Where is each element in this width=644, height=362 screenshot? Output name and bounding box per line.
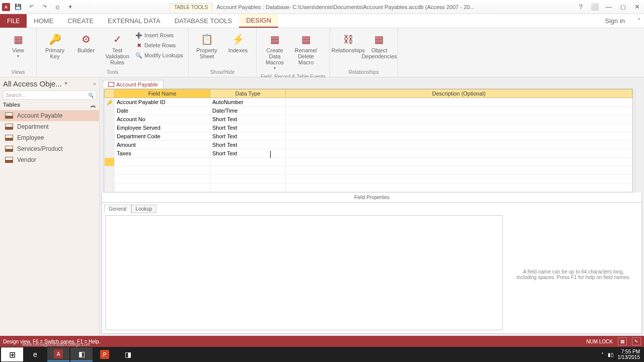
tab-home[interactable]: HOME: [27, 14, 60, 28]
col-field-name[interactable]: Field Name: [115, 89, 210, 98]
delete-row-icon: ✖: [135, 42, 142, 49]
nav-search-input[interactable]: Search...🔍: [3, 90, 96, 100]
field-row[interactable]: AmountShort Text: [105, 141, 632, 149]
taskbar-powerpoint-icon[interactable]: P: [94, 347, 116, 361]
table-icon: [5, 146, 13, 152]
qat-save-icon[interactable]: 💾: [13, 2, 23, 12]
nav-group-tables[interactable]: Tables︽: [0, 101, 99, 110]
ribbon: ▦View▾ Views 🔑Primary Key ⚙Builder ✓Test…: [0, 28, 644, 77]
fp-tab-general[interactable]: General: [104, 205, 131, 213]
datasheet-view-icon[interactable]: ▦: [618, 337, 627, 345]
design-view: Account Payable Field Name Data Type Des…: [100, 77, 644, 336]
grid-icon: ▦: [11, 32, 25, 46]
indexes-button[interactable]: ⚡Indexes: [224, 30, 252, 55]
field-row[interactable]: TaxesShort Text: [105, 149, 632, 158]
close-icon[interactable]: ✕: [630, 0, 644, 14]
collapse-ribbon-icon[interactable]: ˄: [634, 14, 644, 28]
tray-clock[interactable]: 7:55 PM 1/13/2015: [618, 349, 640, 360]
dependencies-icon: ▦: [372, 32, 386, 46]
doc-tab-account-payable[interactable]: Account Payable: [103, 80, 164, 88]
window-title: Account Payables : Database- C:\Users\de…: [216, 4, 474, 10]
field-row[interactable]: DateDate/Time: [105, 107, 632, 115]
sign-in-link[interactable]: Sign in: [596, 14, 634, 28]
table-icon: [5, 157, 13, 163]
windows-taskbar: ⊞ e A ◧ P ◨ ˄ ▮▯ 7:55 PM 1/13/2015: [0, 347, 644, 362]
field-row[interactable]: [105, 184, 632, 192]
nav-item-vendor[interactable]: Vendor: [0, 154, 99, 165]
access-icon: A: [2, 3, 10, 11]
taskbar-ie-icon[interactable]: e: [24, 347, 46, 361]
restore-icon[interactable]: ◻: [616, 0, 630, 14]
nav-item-account-payable[interactable]: Account Payable: [0, 110, 99, 121]
test-validation-button[interactable]: ✓Test Validation Rules: [103, 30, 131, 67]
create-data-macros-button[interactable]: ▦Create Data Macros▾: [261, 30, 289, 73]
builder-icon: ⚙: [79, 32, 93, 46]
col-data-type[interactable]: Data Type: [210, 89, 286, 98]
nav-header[interactable]: All Access Obje... ▼ «: [0, 77, 99, 89]
macro-icon: ▦: [268, 32, 282, 46]
builder-button[interactable]: ⚙Builder: [72, 30, 100, 55]
nav-item-services-product[interactable]: Services/Product: [0, 143, 99, 154]
taskbar-app-icon[interactable]: ◧: [70, 347, 93, 361]
field-row[interactable]: Account NoShort Text: [105, 115, 632, 124]
taskbar-access-icon[interactable]: A: [47, 347, 69, 361]
qat-customize-icon[interactable]: ▾: [65, 2, 75, 12]
tray-battery-icon[interactable]: ▮▯: [608, 352, 614, 357]
field-row[interactable]: Employee ServedShort Text: [105, 124, 632, 132]
rename-icon: ▦: [299, 32, 313, 46]
object-dependencies-button[interactable]: ▦Object Dependencies: [365, 30, 393, 61]
property-help-text: A field name can be up to 64 characters …: [506, 215, 641, 333]
design-view-icon[interactable]: ✎: [632, 337, 641, 345]
relationships-button[interactable]: ⛓Relationships: [334, 30, 362, 55]
primary-key-icon: 🔑: [107, 100, 112, 105]
numlock-indicator: NUM LOCK: [586, 339, 613, 344]
delete-rows-button[interactable]: ✖Delete Rows: [134, 40, 184, 50]
ribbon-display-icon[interactable]: ⬜: [588, 0, 602, 14]
insert-row-icon: ➕: [135, 32, 142, 39]
field-row[interactable]: [105, 175, 632, 184]
help-icon[interactable]: ?: [574, 0, 588, 14]
title-bar: A 💾 ↶ ↷ ⎙ ▾ TABLE TOOLS Account Payables…: [0, 0, 644, 14]
field-row[interactable]: Department CodeShort Text: [105, 132, 632, 141]
tab-external-data[interactable]: EXTERNAL DATA: [101, 14, 168, 28]
tab-design[interactable]: DESIGN: [239, 14, 278, 28]
property-icon: 📋: [200, 32, 214, 46]
vertical-scrollbar[interactable]: [635, 88, 642, 193]
insert-rows-button[interactable]: ➕Insert Rows: [134, 30, 184, 40]
table-icon: [108, 82, 114, 87]
field-grid[interactable]: Field Name Data Type Description (Option…: [104, 88, 633, 193]
tab-create[interactable]: CREATE: [60, 14, 101, 28]
nav-item-employee[interactable]: Employee: [0, 132, 99, 143]
qat-print-icon[interactable]: ⎙: [52, 2, 62, 12]
relationships-icon: ⛓: [341, 32, 355, 46]
field-properties-label: Field Properties: [102, 193, 642, 203]
start-button[interactable]: ⊞: [1, 347, 23, 361]
field-row[interactable]: [105, 166, 632, 175]
context-tab-label: TABLE TOOLS: [170, 3, 212, 11]
check-icon: ✓: [110, 32, 124, 46]
chevron-down-icon: ▼: [64, 81, 68, 86]
lookup-icon: 🔍: [135, 52, 142, 59]
field-row[interactable]: 🔑Account Payable IDAutoNumber: [105, 98, 632, 107]
modify-lookups-button[interactable]: 🔍Modify Lookups: [134, 50, 184, 60]
rename-delete-macro-button[interactable]: ▦Rename/ Delete Macro: [292, 30, 320, 67]
tab-database-tools[interactable]: DATABASE TOOLS: [168, 14, 239, 28]
nav-item-department[interactable]: Department: [0, 121, 99, 132]
taskbar-app2-icon[interactable]: ◨: [117, 347, 139, 361]
watermark-text: www.heritagechristiancollege.com: [22, 342, 91, 347]
qat-redo-icon[interactable]: ↷: [39, 2, 49, 12]
minimize-icon[interactable]: —: [602, 0, 616, 14]
collapse-pane-icon[interactable]: «: [93, 80, 96, 86]
property-sheet-button[interactable]: 📋Property Sheet: [193, 30, 221, 61]
col-description[interactable]: Description (Optional): [286, 89, 632, 98]
table-icon: [5, 124, 13, 130]
primary-key-button[interactable]: 🔑Primary Key: [41, 30, 69, 61]
tab-file[interactable]: FILE: [0, 14, 27, 28]
property-grid[interactable]: [105, 215, 503, 330]
main-area: All Access Obje... ▼ « Search...🔍 Tables…: [0, 77, 644, 336]
qat-undo-icon[interactable]: ↶: [26, 2, 36, 12]
field-row[interactable]: [105, 158, 632, 166]
tray-chevron-icon[interactable]: ˄: [601, 352, 604, 357]
view-button[interactable]: ▦View▾: [4, 30, 32, 61]
fp-tab-lookup[interactable]: Lookup: [131, 205, 157, 213]
